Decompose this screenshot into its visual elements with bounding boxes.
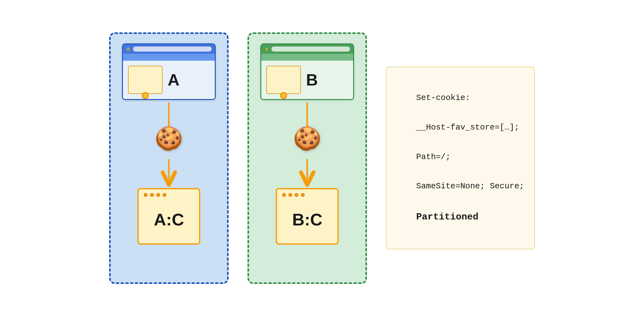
browser-content-a: A bbox=[123, 61, 215, 99]
code-line-2: __Host-fav_store=[…]; bbox=[416, 123, 519, 132]
dot3-a bbox=[156, 193, 160, 197]
browser-window-b: 🔒 B bbox=[260, 43, 354, 100]
dot2-b bbox=[288, 193, 292, 197]
dot4-b bbox=[301, 193, 305, 197]
address-bar-b bbox=[271, 47, 350, 52]
site-label-a: A bbox=[168, 70, 180, 89]
iframe-box-b bbox=[266, 66, 301, 94]
dot2-a bbox=[150, 193, 154, 197]
code-block: Set-cookie: __Host-fav_store=[…]; Path=/… bbox=[386, 67, 535, 250]
left-partition-box: 🔒 A 🍪 bbox=[109, 32, 229, 284]
lock-icon-b: 🔒 bbox=[264, 47, 269, 51]
code-line-4: SameSite=None; Secure; bbox=[416, 181, 524, 191]
cookie-storage-a: A:C bbox=[137, 188, 200, 245]
code-line-3: Path=/; bbox=[416, 152, 451, 162]
browser-window-a: 🔒 A bbox=[122, 43, 216, 100]
toolbar-a bbox=[123, 54, 215, 61]
main-container: 🔒 A 🍪 bbox=[97, 20, 547, 297]
cookie-storage-b: B:C bbox=[276, 188, 339, 245]
storage-label-b: B:C bbox=[292, 210, 322, 229]
site-label-b: B bbox=[306, 70, 318, 89]
iframe-circle-a bbox=[142, 92, 149, 99]
storage-label-a: A:C bbox=[154, 210, 184, 229]
cookie-emoji-a: 🍪 bbox=[155, 125, 183, 152]
browser-content-b: B bbox=[261, 61, 353, 99]
dot3-b bbox=[295, 193, 298, 197]
titlebar-b: 🔒 bbox=[261, 44, 353, 54]
address-bar-a bbox=[133, 47, 212, 52]
right-partition-box: 🔒 B 🍪 bbox=[247, 32, 367, 284]
toolbar-b bbox=[261, 54, 353, 61]
lock-icon-a: 🔒 bbox=[126, 47, 130, 51]
storage-dots-b bbox=[282, 193, 305, 197]
flow-area-a: 🍪 A:C bbox=[122, 103, 216, 245]
dot1-b bbox=[282, 193, 286, 197]
iframe-box-a bbox=[128, 66, 163, 94]
code-line-5-partitioned: Partitioned bbox=[416, 212, 479, 222]
code-line-1: Set-cookie: bbox=[416, 93, 470, 103]
dot4-a bbox=[163, 193, 166, 197]
dot1-a bbox=[144, 193, 147, 197]
titlebar-a: 🔒 bbox=[123, 44, 215, 54]
storage-dots-a bbox=[144, 193, 166, 197]
cookie-emoji-b: 🍪 bbox=[293, 125, 321, 152]
flow-area-b: 🍪 B:C bbox=[260, 103, 354, 245]
iframe-circle-b bbox=[280, 92, 287, 99]
